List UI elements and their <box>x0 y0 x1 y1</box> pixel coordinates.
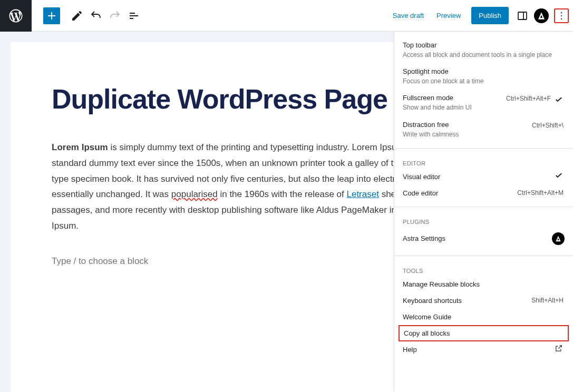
more-vertical-icon <box>556 11 567 21</box>
edit-tool-button[interactable] <box>67 6 86 25</box>
menu-section-view: Top toolbar Access all block and documen… <box>394 32 573 149</box>
wordpress-icon <box>8 8 24 24</box>
spellcheck-word: popularised <box>171 189 218 199</box>
settings-sidebar-button[interactable] <box>513 6 532 25</box>
section-header-tools: TOOLS <box>394 261 573 276</box>
svg-rect-0 <box>518 12 527 19</box>
options-menu: Top toolbar Access all block and documen… <box>394 32 573 392</box>
save-draft-button[interactable]: Save draft <box>386 7 430 24</box>
menu-item-welcome-guide[interactable]: Welcome Guide <box>394 309 573 325</box>
external-link-icon <box>554 344 564 355</box>
menu-item-top-toolbar[interactable]: Top toolbar Access all block and documen… <box>394 37 573 63</box>
menu-section-editor: EDITOR Visual editor Code editor Ctrl+Sh… <box>394 149 573 207</box>
menu-item-help[interactable]: Help <box>394 341 573 358</box>
menu-item-astra-settings[interactable]: Astra Settings <box>394 227 573 250</box>
menu-item-fullscreen-mode[interactable]: Fullscreen mode Show and hide admin UI C… <box>394 90 573 116</box>
astra-plugin-button[interactable] <box>534 8 549 23</box>
menu-item-spotlight-mode[interactable]: Spotlight mode Focus on one block at a t… <box>394 63 573 90</box>
sidebar-icon <box>516 9 529 22</box>
section-header-editor: EDITOR <box>394 154 573 169</box>
document-overview-button[interactable] <box>124 6 143 25</box>
pencil-icon <box>71 9 83 22</box>
redo-icon <box>109 9 121 22</box>
menu-shortcut: Ctrl+Shift+\ <box>532 122 564 129</box>
paragraph-strong: Lorem Ipsum <box>52 142 108 152</box>
list-icon <box>128 9 140 22</box>
svg-point-2 <box>561 15 562 16</box>
options-menu-button[interactable] <box>554 8 569 23</box>
publish-button[interactable]: Publish <box>471 7 509 24</box>
check-icon <box>554 171 564 182</box>
section-header-plugins: PLUGINS <box>394 212 573 227</box>
svg-point-3 <box>561 18 562 19</box>
top-toolbar: Save draft Preview Publish <box>0 0 573 32</box>
menu-item-copy-all-blocks[interactable]: Copy all blocks <box>399 325 569 341</box>
add-block-button[interactable] <box>43 7 60 24</box>
astra-icon <box>552 232 565 245</box>
menu-section-tools: TOOLS Manage Reusable blocks Keyboard sh… <box>394 256 573 363</box>
menu-item-keyboard-shortcuts[interactable]: Keyboard shortcuts Shift+Alt+H <box>394 292 573 309</box>
menu-shortcut: Ctrl+Shift+Alt+M <box>517 189 564 197</box>
menu-item-visual-editor[interactable]: Visual editor <box>394 169 573 185</box>
menu-item-manage-reusable-blocks[interactable]: Manage Reusable blocks <box>394 276 573 292</box>
inline-link[interactable]: Letraset <box>346 189 378 199</box>
menu-section-plugins: PLUGINS Astra Settings <box>394 207 573 256</box>
check-icon <box>554 95 564 106</box>
menu-item-code-editor[interactable]: Code editor Ctrl+Shift+Alt+M <box>394 185 573 201</box>
svg-point-1 <box>561 12 562 13</box>
menu-shortcut: Ctrl+Shift+Alt+F <box>506 95 551 102</box>
undo-icon <box>90 9 102 22</box>
redo-button[interactable] <box>105 6 124 25</box>
menu-shortcut: Shift+Alt+H <box>531 297 564 304</box>
menu-item-distraction-free[interactable]: Distraction free Write with calmness Ctr… <box>394 116 573 143</box>
plus-icon <box>45 9 58 22</box>
astra-icon <box>537 11 546 21</box>
undo-button[interactable] <box>86 6 105 25</box>
wordpress-logo[interactable] <box>0 0 32 32</box>
preview-button[interactable]: Preview <box>430 7 467 24</box>
